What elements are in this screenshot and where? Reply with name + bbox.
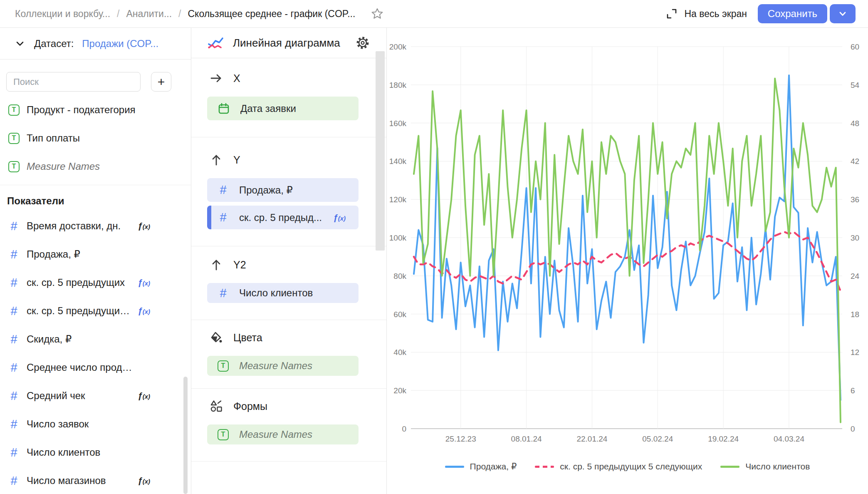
number-type-icon: # — [218, 211, 229, 224]
formula-icon: ƒ(x) — [138, 306, 150, 316]
chevron-down-icon[interactable] — [14, 38, 26, 50]
formula-icon: ƒ(x) — [138, 476, 150, 486]
measure-label: Число клиентов — [27, 447, 100, 458]
add-field-button[interactable]: + — [151, 72, 171, 92]
svg-text:0: 0 — [402, 424, 406, 433]
measure-item[interactable]: # Число клиентов — [0, 438, 191, 467]
shapes-field-chip[interactable]: T Measure Names — [207, 424, 359, 444]
chart-type-header: Линейная диаграмма — [191, 28, 386, 58]
dimension-item[interactable]: T Продукт - подкатегория — [0, 96, 191, 124]
svg-text:60k: 60k — [393, 310, 406, 319]
shelf-scrollbar[interactable] — [376, 51, 385, 251]
measure-item[interactable]: # Продажа, ₽ — [0, 240, 191, 268]
svg-text:42: 42 — [851, 157, 859, 166]
chart-config-panel: Линейная диаграмма X — [191, 28, 387, 494]
svg-text:25.12.23: 25.12.23 — [445, 434, 476, 443]
measure-label: ск. ср. 5 предыдущих... — [27, 305, 131, 317]
svg-text:05.02.24: 05.02.24 — [642, 434, 673, 443]
svg-text:180k: 180k — [389, 81, 407, 89]
string-type-icon: T — [8, 133, 20, 144]
gear-icon[interactable] — [356, 36, 370, 50]
measure-item[interactable]: # Скидка, ₽ — [0, 325, 191, 353]
favorite-star-icon[interactable] — [371, 7, 383, 20]
legend-item-moving-average[interactable]: ск. ср. 5 предыдущих 5 следующих — [535, 462, 702, 472]
y2-field-chip[interactable]: # Число клиентов — [207, 283, 359, 303]
fullscreen-button[interactable]: На весь экран — [665, 7, 747, 20]
svg-text:12: 12 — [851, 348, 859, 357]
x-field-chip[interactable]: Дата заявки — [207, 97, 359, 120]
measure-item[interactable]: # ск. ср. 5 предыдущих ƒ(x) — [0, 268, 191, 297]
measure-item[interactable]: # ск. ср. 5 предыдущих... ƒ(x) — [0, 297, 191, 325]
dimension-item[interactable]: T Тип оплаты — [0, 124, 191, 152]
number-type-icon: # — [8, 219, 20, 233]
y-field-chip[interactable]: # Продажа, ₽ — [207, 178, 359, 202]
left-panel-scrollbar[interactable] — [183, 377, 188, 494]
top-bar: Коллекции и воркбу... / Аналити... / Ско… — [0, 0, 868, 28]
fullscreen-label: На весь экран — [685, 8, 747, 20]
colors-field-chip[interactable]: T Measure Names — [207, 356, 359, 376]
breadcrumb-separator: / — [178, 8, 181, 20]
string-type-icon: T — [218, 429, 229, 440]
save-dropdown-button[interactable] — [830, 4, 856, 23]
colors-field-label: Measure Names — [239, 360, 312, 372]
save-button[interactable]: Сохранить — [758, 4, 827, 23]
formula-icon: ƒ(x) — [138, 278, 150, 288]
measure-label: Среднее число продукто... — [27, 362, 137, 373]
chart-type-label[interactable]: Линейная диаграмма — [233, 37, 340, 50]
svg-text:40k: 40k — [393, 348, 406, 357]
measure-item[interactable]: # Средний чек ƒ(x) — [0, 382, 191, 410]
dimension-label: Measure Names — [27, 161, 100, 172]
measure-item[interactable]: # Среднее число продукто... — [0, 353, 191, 382]
svg-text:54: 54 — [851, 81, 860, 89]
legend-label: Число клиентов — [745, 462, 810, 472]
number-type-icon: # — [8, 276, 20, 290]
legend-label: Продажа, ₽ — [470, 462, 517, 472]
svg-text:140k: 140k — [389, 157, 407, 166]
dimension-item[interactable]: T Measure Names — [0, 152, 191, 181]
breadcrumb: Коллекции и воркбу... / Аналити... / Ско… — [15, 7, 383, 20]
measure-label: Число заявок — [27, 418, 89, 430]
string-type-icon: T — [218, 360, 229, 372]
legend-swatch-solid-blue — [445, 466, 464, 468]
formula-icon: ƒ(x) — [333, 213, 346, 223]
measure-item[interactable]: # Время доставки, дн. ƒ(x) — [0, 212, 191, 240]
measure-item[interactable]: # Число магазинов ƒ(x) — [0, 467, 191, 494]
measure-label: Средний чек — [27, 390, 85, 402]
dataset-link[interactable]: Продажи (COP... — [82, 38, 158, 50]
measures-list: # Время доставки, дн. ƒ(x) # Продажа, ₽ … — [0, 212, 191, 494]
y2-shelf-label: Y2 — [233, 259, 246, 271]
legend-item-sales[interactable]: Продажа, ₽ — [445, 462, 517, 472]
string-type-icon: T — [8, 161, 20, 172]
number-type-icon: # — [8, 304, 20, 318]
shelf-section-y2: Y2 # Число клиентов — [191, 246, 386, 320]
line-chart-type-icon[interactable] — [207, 35, 224, 50]
svg-text:18: 18 — [851, 310, 859, 319]
svg-text:30: 30 — [851, 233, 859, 242]
dataset-row: Датасет: Продажи (COP... — [0, 28, 191, 60]
measure-item[interactable]: # Число заявок — [0, 410, 191, 438]
dimensions-list: T Продукт - подкатегория T Тип оплаты T … — [0, 96, 191, 181]
paint-bucket-icon — [210, 331, 223, 344]
measure-label: Продажа, ₽ — [27, 248, 80, 260]
number-type-icon: # — [8, 248, 20, 261]
dataset-panel: Датасет: Продажи (COP... + T Продукт - п… — [0, 28, 191, 494]
shelf-section-x: X Дата заявки — [191, 58, 386, 137]
y-field-chip-selected[interactable]: # ск. ср. 5 предыд... ƒ(x) — [207, 206, 359, 229]
arrow-right-icon — [210, 72, 223, 85]
svg-text:24: 24 — [851, 272, 860, 281]
svg-text:100k: 100k — [389, 233, 407, 242]
dimension-label: Продукт - подкатегория — [27, 104, 136, 116]
number-type-icon: # — [8, 417, 20, 431]
x-field-label: Дата заявки — [240, 103, 296, 114]
breadcrumb-collections[interactable]: Коллекции и воркбу... — [15, 8, 110, 20]
legend-item-clients[interactable]: Число клиентов — [720, 462, 810, 472]
line-chart[interactable]: 0020k640k1260k1880k24100k30120k36140k421… — [387, 28, 868, 494]
number-type-icon: # — [8, 361, 20, 375]
search-input[interactable] — [6, 72, 141, 92]
calendar-icon — [218, 102, 230, 115]
chart-panel: 0020k640k1260k1880k24100k30120k36140k421… — [387, 28, 868, 494]
breadcrumb-analytics[interactable]: Аналити... — [126, 8, 172, 20]
shelf-section-colors: Цвета T Measure Names — [191, 320, 386, 389]
number-type-icon: # — [8, 333, 20, 346]
formula-icon: ƒ(x) — [138, 391, 150, 401]
